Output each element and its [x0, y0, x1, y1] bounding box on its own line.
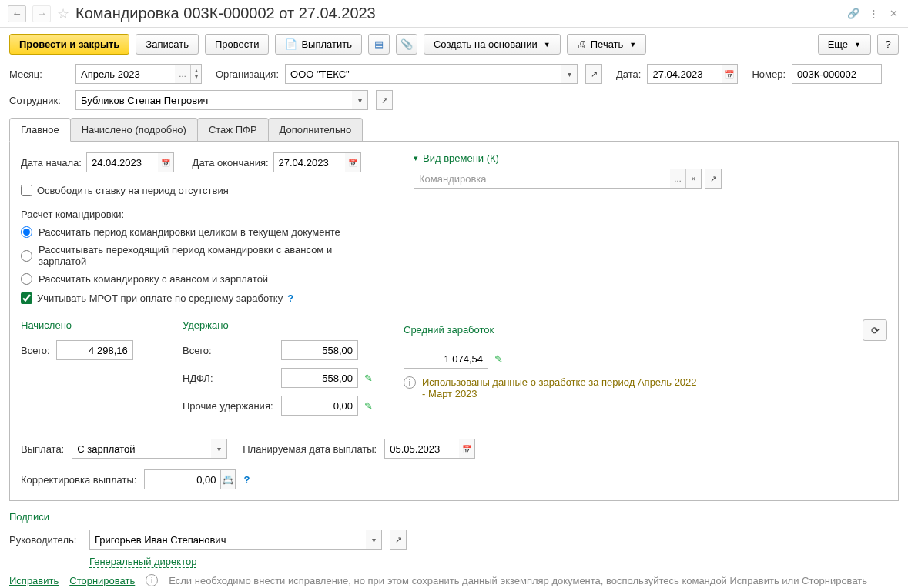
corr-calc-button[interactable]: 📇 [220, 469, 236, 489]
corr-input[interactable] [144, 469, 221, 489]
time-type-input[interactable] [414, 169, 670, 188]
mrot-help-icon[interactable]: ? [287, 292, 293, 304]
tab-extra[interactable]: Дополнительно [268, 118, 364, 142]
fix-link[interactable]: Исправить [9, 575, 59, 586]
employee-dropdown-button[interactable]: ▾ [352, 91, 367, 109]
favorite-icon[interactable]: ☆ [57, 5, 69, 22]
post-and-close-button[interactable]: Провести и закрыть [9, 34, 129, 55]
number-input[interactable] [792, 65, 881, 83]
calc-radio-2[interactable] [21, 250, 32, 262]
month-input[interactable] [76, 65, 175, 83]
plan-date-input[interactable] [385, 439, 459, 458]
calc-radio-3[interactable] [21, 273, 32, 285]
corr-help-icon[interactable]: ? [243, 474, 250, 486]
avg-edit-icon[interactable]: ✎ [494, 353, 503, 365]
withheld-total-label: Всего: [183, 345, 275, 356]
payout-label: Выплата: [21, 443, 64, 455]
end-date-calendar[interactable]: 📅 [345, 153, 360, 172]
nav-back-button[interactable]: ← [8, 5, 26, 22]
time-type-clear[interactable]: × [685, 169, 701, 188]
tabs-bar: Главное Начислено (подробно) Стаж ПФР До… [0, 118, 908, 142]
end-date-group[interactable]: 📅 [273, 152, 361, 172]
manager-input[interactable] [90, 530, 366, 549]
start-date-calendar[interactable]: 📅 [158, 153, 173, 172]
number-label: Номер: [752, 68, 786, 80]
release-rate-checkbox[interactable] [21, 185, 32, 196]
month-ellipsis-button[interactable]: … [175, 65, 190, 83]
month-label: Месяц: [9, 68, 69, 80]
attachment-icon-button[interactable]: 📎 [396, 34, 417, 55]
tab-pfr[interactable]: Стаж ПФР [197, 118, 269, 142]
time-type-chevron-icon[interactable]: ▾ [414, 153, 418, 163]
employee-label: Сотрудник: [9, 95, 69, 106]
org-input-group[interactable]: ▾ [285, 64, 578, 84]
mrot-checkbox[interactable] [21, 292, 32, 304]
org-open-button[interactable]: ↗ [585, 64, 602, 84]
help-button[interactable]: ? [877, 34, 899, 55]
form-row-1: Месяц: … ▴▾ Организация: ▾ ↗ Дата: 📅 Ном… [0, 61, 908, 87]
org-label: Организация: [216, 68, 279, 80]
payout-group[interactable]: ▾ [72, 439, 227, 459]
manager-open[interactable]: ↗ [390, 530, 407, 550]
calc-radio-1-label: Рассчитать период командировки целиком в… [39, 226, 340, 238]
manager-dropdown[interactable]: ▾ [366, 530, 381, 549]
save-button[interactable]: Записать [136, 34, 199, 55]
manager-label: Руководитель: [9, 534, 83, 546]
manager-group[interactable]: ▾ [89, 530, 382, 550]
avg-input[interactable] [404, 349, 488, 369]
calc-radio-3-label: Рассчитать командировку с авансом и зарп… [39, 273, 268, 285]
link-icon[interactable]: 🔗 [846, 7, 860, 21]
plan-date-group[interactable]: 📅 [384, 439, 475, 459]
window-title: Командировка 003К-000002 от 27.04.2023 [75, 5, 840, 22]
start-date-label: Дата начала: [21, 157, 82, 169]
refresh-button[interactable]: ⟳ [863, 319, 887, 341]
other-edit-icon[interactable]: ✎ [364, 400, 373, 412]
calc-section-label: Расчет командировки: [21, 201, 383, 223]
start-date-input[interactable] [87, 153, 158, 172]
date-calendar-button[interactable]: 📅 [722, 65, 737, 83]
date-input-group[interactable]: 📅 [647, 64, 738, 84]
date-label: Дата: [616, 68, 641, 80]
start-date-group[interactable]: 📅 [86, 152, 174, 172]
accrued-total-input[interactable] [56, 340, 133, 360]
date-input[interactable] [648, 65, 722, 83]
tab-main[interactable]: Главное [9, 118, 71, 142]
print-button[interactable]: 🖨Печать▼ [567, 34, 647, 55]
tab-accrued[interactable]: Начислено (подробно) [70, 118, 198, 142]
month-spinner-button[interactable]: ▴▾ [190, 65, 201, 83]
pay-button[interactable]: 📄Выплатить [275, 34, 362, 55]
nav-forward-button[interactable]: → [32, 5, 51, 22]
create-based-button[interactable]: Создать на основании▼ [424, 34, 561, 55]
ndfl-input[interactable] [281, 368, 358, 388]
plan-date-calendar[interactable]: 📅 [459, 439, 474, 458]
withheld-total-input[interactable] [281, 340, 358, 360]
time-type-open[interactable]: ↗ [705, 169, 722, 189]
end-date-input[interactable] [274, 153, 345, 172]
release-rate-label: Освободить ставку на период отсутствия [37, 185, 229, 196]
calc-radio-1[interactable] [21, 226, 32, 238]
avg-info-text: Использованы данные о заработке за перио… [422, 376, 699, 399]
time-type-ellipsis[interactable]: … [670, 169, 685, 188]
org-input[interactable] [286, 65, 561, 83]
month-input-group[interactable]: … ▴▾ [75, 64, 202, 84]
time-type-group[interactable]: … × [414, 169, 702, 189]
manager-title-link[interactable]: Генеральный директор [89, 556, 196, 568]
payout-input[interactable] [72, 439, 211, 458]
ndfl-edit-icon[interactable]: ✎ [364, 373, 373, 384]
post-button[interactable]: Провести [205, 34, 270, 55]
end-date-label: Дата окончания: [193, 157, 269, 169]
document-icon-button[interactable]: ▤ [368, 34, 390, 55]
menu-icon[interactable]: ⋮ [866, 7, 880, 21]
signatures-link[interactable]: Подписи [9, 511, 49, 523]
org-dropdown-button[interactable]: ▾ [561, 65, 577, 83]
employee-open-button[interactable]: ↗ [376, 90, 393, 110]
employee-input[interactable] [76, 91, 352, 109]
employee-input-group[interactable]: ▾ [75, 90, 368, 110]
other-withheld-input[interactable] [281, 396, 358, 416]
close-icon[interactable]: ✕ [886, 7, 900, 21]
more-button[interactable]: Еще▼ [818, 34, 871, 55]
storno-link[interactable]: Сторнировать [69, 575, 135, 586]
payout-dropdown[interactable]: ▾ [211, 439, 226, 458]
accrued-header: Начислено [21, 319, 152, 331]
time-type-header[interactable]: Вид времени (К) [423, 152, 499, 164]
